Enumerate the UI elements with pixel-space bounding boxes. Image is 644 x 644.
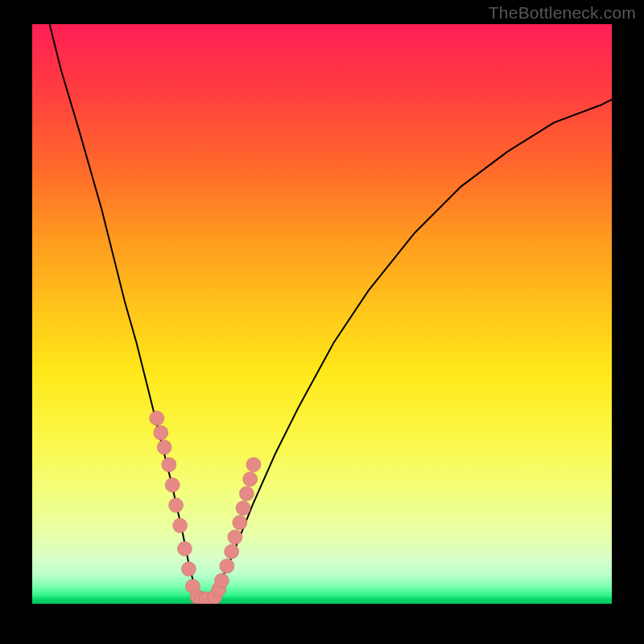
datapoint [150,411,164,426]
datapoint [243,472,258,486]
datapoint [220,559,234,573]
datapoint [214,573,229,588]
bottleneck-curve [50,24,612,598]
chart-stage: TheBottleneck.com [0,0,644,644]
datapoint [246,457,261,472]
datapoint [181,562,196,576]
datapoint [173,518,188,533]
datapoint [154,426,168,440]
datapoint [233,515,247,530]
datapoint [225,544,239,559]
datapoint [165,477,180,492]
curve-layer [32,24,612,604]
datapoint [239,486,254,501]
watermark-label: TheBottleneck.com [489,3,636,23]
datapoint [162,457,176,472]
datapoint [236,501,250,515]
datapoint [177,542,192,556]
plot-area [32,24,612,604]
datapoint-markers [150,411,261,604]
datapoint [228,530,242,544]
datapoint [157,440,171,455]
datapoint [169,498,184,513]
